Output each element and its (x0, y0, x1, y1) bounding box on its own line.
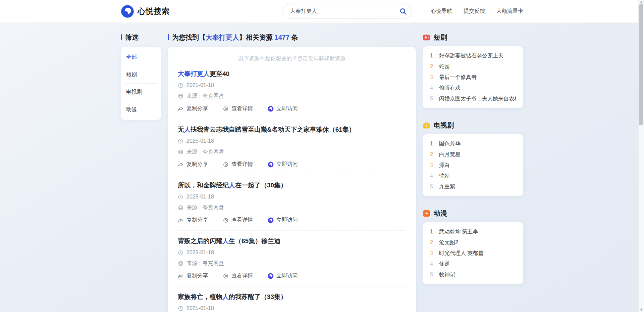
rank-item-label: 好孕甜妻被钻石老公宠上天 (439, 52, 503, 59)
visit-now-button[interactable]: 立即访问 (268, 105, 298, 112)
brand-logo[interactable]: 心悦搜索 (121, 5, 170, 18)
copy-share-label: 复制分享 (186, 161, 208, 168)
rank-card: 1武动乾坤 第五季2沧元图23时光代理人 英都篇4仙逆5牧神记 (423, 222, 523, 284)
visit-now-button[interactable]: 立即访问 (268, 217, 298, 224)
title-segment: 人 (222, 237, 229, 244)
result-date: 2025-01-18 (186, 82, 214, 88)
rank-item-label: 闪婚京圈太子爷：夫人她来自农村 (439, 95, 516, 102)
filter-item-3[interactable]: 动漫 (125, 101, 156, 118)
result-date-row: 2025-01-18 (178, 82, 406, 88)
results-header-suffix: 条 (289, 34, 298, 41)
share-icon (178, 162, 184, 168)
search-icon (399, 7, 407, 15)
rank-item[interactable]: 2沧元图2 (430, 237, 516, 248)
rank-item[interactable]: 2白月梵星 (430, 149, 516, 160)
copy-share-button[interactable]: 复制分享 (178, 217, 208, 224)
section-bar-icon (121, 34, 122, 40)
rank-item[interactable]: 4偷听有戏 (430, 83, 516, 93)
result-title-link[interactable]: 背叛之后的闪耀人生（65集）徐兰迪 (178, 237, 406, 245)
result-actions: 复制分享查看详情立即访问 (178, 161, 406, 168)
filter-item-0[interactable]: 全部 (125, 49, 156, 66)
filter-title: 筛选 (121, 33, 161, 42)
result-title-link[interactable]: 所以，和金牌经纪人在一起了（30集） (178, 181, 406, 189)
rank-item[interactable]: 5牧神记 (430, 269, 516, 280)
rank-item[interactable]: 1好孕甜妻被钻石老公宠上天 (430, 50, 516, 61)
copy-share-button[interactable]: 复制分享 (178, 272, 208, 279)
filter-card: 全部短剧电视剧动漫 (121, 47, 161, 120)
filter-item-2[interactable]: 电视剧 (125, 84, 156, 101)
results-header-mid: 】相关资源 (239, 34, 275, 41)
rank-number: 2 (430, 151, 435, 158)
result-list: 大奉打更人更至402025-01-18来源：夸克网盘复制分享查看详情立即访问无人… (178, 63, 406, 312)
results-card: 以下资源不是你想要的？点击尝试获取新资源 大奉打更人更至402025-01-18… (168, 47, 416, 312)
rank-item-label: 武动乾坤 第五季 (439, 228, 478, 235)
nav-link-2[interactable]: 大额流量卡 (496, 8, 523, 15)
results-header-keyword: 大奉打更人 (206, 34, 239, 41)
rank-card: 1好孕甜妻被钻石老公宠上天2蛇园3最后一个修真者4偷听有戏5闪婚京圈太子爷：夫人… (423, 46, 523, 108)
rank-list: 1国色芳华2白月梵星3漂白4驻站5九重紫 (430, 138, 516, 192)
result-source-row: 来源：夸克网盘 (178, 204, 406, 211)
rank-item[interactable]: 5闪婚京圈太子爷：夫人她来自农村 (430, 93, 516, 104)
result-actions: 复制分享查看详情立即访问 (178, 272, 406, 279)
result-item: 背叛之后的闪耀人生（65集）徐兰迪2025-01-18来源：夸克网盘复制分享查看… (178, 231, 406, 286)
scroll-down-icon[interactable] (640, 309, 643, 311)
rank-item[interactable]: 4仙逆 (430, 259, 516, 269)
rank-item[interactable]: 5九重紫 (430, 181, 516, 192)
rank-item[interactable]: 3漂白 (430, 160, 516, 171)
rank-list: 1武动乾坤 第五季2沧元图23时光代理人 英都篇4仙逆5牧神记 (430, 226, 516, 280)
scroll-up-icon[interactable] (640, 1, 643, 3)
visit-now-button[interactable]: 立即访问 (268, 272, 298, 279)
result-title-link[interactable]: 无人扶我青云志我自踏雪至山巅&名动天下之家事难休（61集） (178, 125, 406, 134)
rank-item-label: 沧元图2 (439, 239, 458, 246)
title-segment: 扶我青云志我自踏雪至山巅&名动天下之家事难休（61集） (191, 126, 355, 133)
nav-link-0[interactable]: 心悦导航 (431, 8, 452, 15)
scrollbar (638, 0, 644, 312)
title-segment: 更至40 (210, 70, 229, 77)
rank-section-head: 动漫 (423, 209, 523, 218)
search-input[interactable] (282, 4, 412, 19)
search-button[interactable] (399, 7, 407, 15)
refresh-resources-link[interactable]: 以下资源不是你想要的？点击尝试获取新资源 (178, 55, 406, 62)
result-date-row: 2025-01-18 (178, 250, 406, 256)
rank-number: 4 (430, 173, 435, 179)
result-source-row: 来源：夸克网盘 (178, 260, 406, 267)
rank-number: 5 (430, 272, 435, 278)
visit-now-button[interactable]: 立即访问 (268, 161, 298, 168)
copy-share-label: 复制分享 (186, 105, 208, 112)
rank-item[interactable]: 4驻站 (430, 171, 516, 181)
rank-item[interactable]: 2蛇园 (430, 61, 516, 72)
rank-item[interactable]: 1国色芳华 (430, 138, 516, 149)
rank-item[interactable]: 3时光代理人 英都篇 (430, 248, 516, 259)
rank-item[interactable]: 1武动乾坤 第五季 (430, 226, 516, 237)
copy-share-button[interactable]: 复制分享 (178, 105, 208, 112)
visit-now-label: 立即访问 (276, 161, 298, 168)
result-source-prefix: 来源： (186, 93, 203, 99)
clock-icon (178, 83, 183, 88)
rankings-column: 短剧1好孕甜妻被钻石老公宠上天2蛇园3最后一个修真者4偷听有戏5闪婚京圈太子爷：… (423, 33, 523, 284)
rank-section-title: 电视剧 (434, 121, 454, 130)
result-source-row: 来源：夸克网盘 (178, 148, 406, 155)
filter-item-1[interactable]: 短剧 (125, 66, 156, 84)
rank-item[interactable]: 3最后一个修真者 (430, 72, 516, 83)
copy-share-button[interactable]: 复制分享 (178, 161, 208, 168)
results-header: 为您找到【大奉打更人】相关资源 1477 条 (168, 33, 416, 42)
nav-link-1[interactable]: 提交反馈 (464, 8, 485, 15)
filter-column: 筛选 全部短剧电视剧动漫 (121, 33, 161, 120)
scrollbar-thumb[interactable] (639, 4, 643, 125)
title-segment: 生（65集）徐兰迪 (229, 237, 280, 244)
result-title-link[interactable]: 家族将亡，植物人的我苏醒了（33集） (178, 293, 406, 301)
view-detail-button[interactable]: 查看详情 (223, 161, 253, 168)
result-date-row: 2025-01-18 (178, 194, 406, 200)
rank-section-title: 短剧 (434, 33, 447, 42)
result-title-link[interactable]: 大奉打更人更至40 (178, 70, 406, 78)
result-source-name: 夸克网盘 (203, 93, 224, 99)
result-date: 2025-01-18 (186, 305, 214, 311)
view-detail-button[interactable]: 查看详情 (223, 105, 253, 112)
rank-number: 3 (430, 250, 435, 256)
title-segment: 在一起了（30集） (235, 182, 287, 189)
title-segment: 人 (184, 126, 191, 133)
view-detail-button[interactable]: 查看详情 (223, 217, 253, 224)
rank-number: 1 (430, 229, 435, 235)
rank-number: 4 (430, 85, 435, 91)
view-detail-button[interactable]: 查看详情 (223, 272, 253, 279)
